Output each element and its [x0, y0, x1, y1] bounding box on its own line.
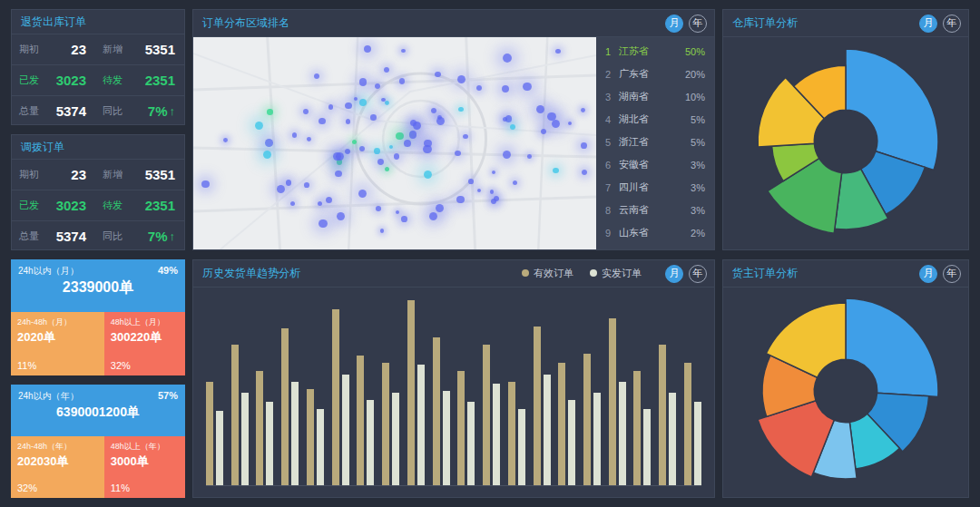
logistics-dashboard: 退货出库订单 期初 23 新增 5351 已发 3023 待发 2351 总量 … — [0, 0, 980, 507]
bar-有效订单[interactable] — [407, 300, 415, 485]
year-toggle-button[interactable]: 年 — [689, 15, 707, 33]
bar-group[interactable] — [256, 300, 273, 485]
bar-实发订单[interactable] — [669, 393, 676, 485]
24h-48h-month-tile: 24h-48h（月） 2020单 11% — [11, 312, 104, 375]
bar-group[interactable] — [558, 300, 575, 485]
bar-有效订单[interactable] — [508, 382, 515, 485]
bar-group[interactable] — [457, 300, 475, 485]
bar-实发订单[interactable] — [392, 393, 399, 485]
bar-有效订单[interactable] — [534, 327, 541, 485]
warehouse-donut-wrap — [723, 37, 968, 249]
pie-slice[interactable] — [846, 298, 938, 396]
bar-实发订单[interactable] — [417, 365, 425, 485]
heat-dot-blue-icon — [201, 180, 210, 189]
bar-实发订单[interactable] — [493, 384, 500, 485]
bar-实发订单[interactable] — [291, 382, 299, 485]
bar-group[interactable] — [281, 300, 299, 485]
bar-实发订单[interactable] — [593, 393, 601, 485]
bar-group[interactable] — [332, 300, 349, 485]
heat-dot-blue-icon — [318, 118, 325, 124]
ranking-row: 3湖南省10% — [596, 85, 714, 108]
bar-group[interactable] — [684, 300, 701, 485]
bar-实发订单[interactable] — [694, 402, 701, 485]
bar-实发订单[interactable] — [367, 400, 374, 485]
bar-实发订单[interactable] — [518, 409, 525, 485]
heat-dot-blue-icon — [345, 102, 352, 110]
heat-dot-blue-icon — [335, 171, 341, 177]
bar-有效订单[interactable] — [357, 356, 364, 485]
heat-dot-blue-icon — [555, 49, 560, 54]
year-toggle-button[interactable]: 年 — [689, 265, 707, 283]
bar-group[interactable] — [307, 300, 324, 485]
bar-有效订单[interactable] — [307, 389, 314, 485]
bar-有效订单[interactable] — [483, 345, 490, 485]
heat-dot-blue-icon — [290, 201, 295, 206]
bar-group[interactable] — [609, 300, 626, 485]
heat-dot-blue-icon — [359, 146, 365, 151]
stat-value: 3023 — [43, 190, 95, 220]
bar-有效订单[interactable] — [206, 382, 213, 485]
owner-donut-chart[interactable] — [750, 295, 942, 491]
bar-实发订单[interactable] — [443, 391, 450, 485]
bar-有效订单[interactable] — [433, 337, 440, 485]
bar-有效订单[interactable] — [256, 371, 263, 485]
bar-有效订单[interactable] — [558, 363, 565, 485]
bar-有效订单[interactable] — [684, 363, 691, 485]
month-toggle-button[interactable]: 月 — [919, 265, 937, 283]
bar-group[interactable] — [382, 300, 399, 485]
bar-有效订单[interactable] — [457, 371, 465, 485]
bar-实发订单[interactable] — [544, 375, 551, 485]
bar-实发订单[interactable] — [241, 393, 249, 485]
bar-有效订单[interactable] — [382, 363, 389, 485]
pie-slice[interactable] — [846, 49, 938, 171]
trend-bar-chart[interactable] — [206, 300, 701, 486]
yoy-label: 同比 — [95, 95, 128, 126]
bar-有效订单[interactable] — [281, 328, 289, 485]
bar-实发订单[interactable] — [216, 411, 223, 485]
bar-group[interactable] — [206, 300, 223, 485]
bar-有效订单[interactable] — [332, 309, 339, 485]
bar-group[interactable] — [357, 300, 374, 485]
bar-实发订单[interactable] — [467, 402, 475, 485]
heat-dot-blue-icon — [409, 131, 416, 138]
yoy-value: 7%↑ — [128, 220, 184, 251]
month-toggle-button[interactable]: 月 — [665, 265, 683, 283]
history-trend-panel: 历史发货单趋势分析 有效订单 实发订单 月 年 — [192, 259, 715, 498]
bar-实发订单[interactable] — [317, 409, 324, 485]
legend-label: 有效订单 — [534, 268, 573, 278]
bar-实发订单[interactable] — [643, 409, 651, 485]
bar-有效订单[interactable] — [231, 345, 239, 485]
tile-percent: 49% — [158, 265, 178, 278]
bar-实发订单[interactable] — [619, 382, 626, 485]
bar-group[interactable] — [231, 300, 249, 485]
ranking-row: 4湖北省5% — [596, 108, 714, 131]
year-toggle-button[interactable]: 年 — [943, 265, 961, 283]
bar-group[interactable] — [433, 300, 450, 485]
bar-group[interactable] — [483, 300, 500, 485]
bar-group[interactable] — [508, 300, 525, 485]
bar-实发订单[interactable] — [342, 375, 349, 485]
warehouse-donut-chart[interactable] — [750, 45, 942, 241]
bar-有效订单[interactable] — [633, 371, 641, 485]
bar-有效订单[interactable] — [583, 354, 591, 485]
bar-有效订单[interactable] — [609, 318, 616, 485]
heat-dot-blue-icon — [286, 180, 291, 185]
warehouse-panel-title: 仓库订单分析 — [732, 15, 798, 31]
month-toggle-button[interactable]: 月 — [665, 15, 683, 33]
month-toggle-button[interactable]: 月 — [919, 15, 937, 33]
order-heatmap[interactable] — [193, 37, 596, 249]
bar-实发订单[interactable] — [266, 402, 273, 485]
stat-value: 2351 — [128, 190, 184, 220]
bar-实发订单[interactable] — [568, 400, 575, 485]
bar-有效订单[interactable] — [659, 345, 666, 485]
stat-value: 5351 — [128, 34, 184, 64]
heat-dot-blue-icon — [376, 206, 381, 211]
bar-group[interactable] — [633, 300, 651, 485]
bar-group[interactable] — [407, 300, 425, 485]
bar-group[interactable] — [583, 300, 601, 485]
bar-group[interactable] — [659, 300, 676, 485]
bar-group[interactable] — [534, 300, 551, 485]
heat-dot-blue-icon — [503, 151, 511, 159]
tile-value: 2339000单 — [18, 280, 178, 296]
year-toggle-button[interactable]: 年 — [943, 15, 961, 33]
